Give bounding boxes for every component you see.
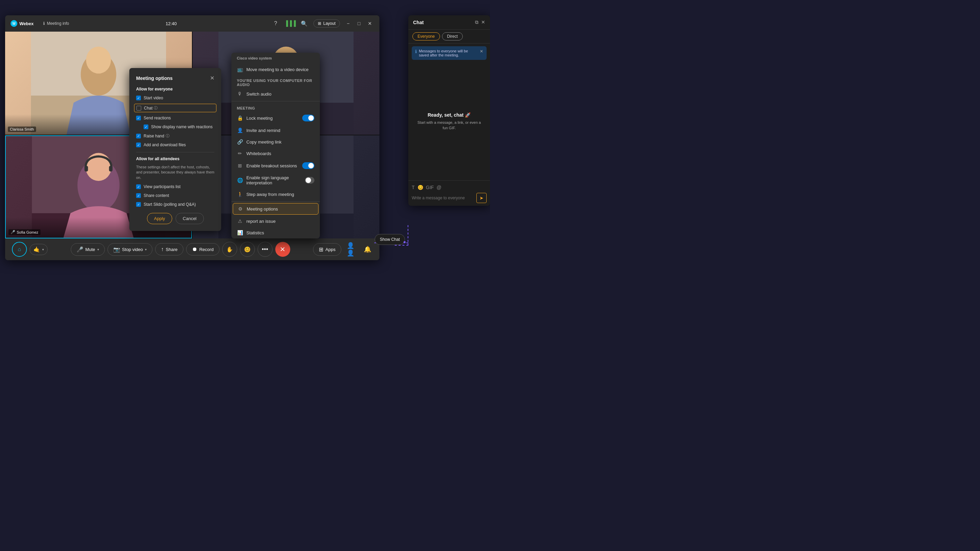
show-display-name-checkbox[interactable] [143, 124, 148, 129]
lock-meeting-item[interactable]: 🔒 Lock meeting [231, 111, 320, 124]
add-download-checkbox[interactable] [136, 143, 141, 147]
record-button[interactable]: ⏺ Record [186, 243, 220, 256]
chat-format-toolbar: T 😊 GIF @ [412, 183, 487, 192]
panel-title: Meeting options [136, 76, 172, 81]
notifications-button[interactable]: 🔔 [363, 244, 372, 254]
webex-name: Webex [19, 21, 34, 26]
reactions-toggle-button[interactable]: 🤙 ▾ [30, 244, 48, 255]
start-video-checkbox[interactable] [136, 95, 141, 100]
invite-remind-item[interactable]: 👤 Invite and remind [231, 124, 320, 136]
layout-label: Layout [323, 21, 336, 26]
sign-language-toggle[interactable] [305, 177, 314, 184]
record-icon: ⏺ [192, 246, 197, 252]
sign-language-item[interactable]: 🌐 Enable sign language interpretation [231, 172, 320, 189]
share-content-label: Share content [143, 193, 169, 198]
reactions-button[interactable]: 😊 [240, 242, 255, 257]
show-chat-button[interactable]: Show Chat [375, 234, 405, 245]
whiteboards-item[interactable]: ✏ Whiteboards [231, 148, 320, 159]
home-button[interactable]: ⌂ [12, 242, 27, 257]
share-content-checkbox[interactable] [136, 193, 141, 198]
chat-option-label: Chat ⓘ [144, 105, 158, 111]
tab-everyone[interactable]: Everyone [412, 32, 440, 40]
mention-icon[interactable]: @ [437, 185, 441, 190]
emoji-picker-icon[interactable]: 😊 [417, 185, 423, 190]
participants-button[interactable]: 👤👤 [347, 244, 357, 254]
raise-hand-toolbar-button[interactable]: ✋ [222, 242, 237, 257]
move-meeting-item[interactable]: 📺 Move meeting to a video device [231, 64, 320, 75]
bug-icon: ⚠ [237, 218, 243, 224]
arrow-dot [404, 241, 406, 243]
lock-meeting-toggle[interactable] [302, 114, 314, 121]
info-icon: ℹ [43, 21, 45, 26]
chat-title: Chat [413, 20, 424, 25]
switch-audio-item[interactable]: 🎙 Switch audio [231, 88, 320, 100]
chat-send-button[interactable]: ➤ [476, 193, 487, 203]
raise-hand-option-label: Raise hand ⓘ [143, 133, 169, 138]
step-away-icon: 🚶 [237, 192, 243, 197]
panel-actions: Apply Cancel [136, 213, 215, 224]
chat-body: Ready, set, chat 🚀 Start with a message,… [408, 63, 490, 180]
copy-link-item[interactable]: 🔗 Copy meeting link [231, 136, 320, 148]
enable-breakout-item[interactable]: ⊞ Enable breakout sessions [231, 159, 320, 172]
caret-icon: ▾ [42, 248, 44, 251]
tab-direct[interactable]: Direct [442, 32, 463, 40]
mic-icon-3: 🎤 [11, 230, 15, 234]
layout-button[interactable]: ⊞ Layout [313, 19, 340, 27]
panel-close-button[interactable]: ✕ [210, 75, 215, 81]
help-icon-button[interactable]: ? [270, 18, 281, 29]
start-slido-checkbox[interactable] [136, 202, 141, 207]
apps-button[interactable]: ⊞ Apps [313, 243, 341, 256]
chat-checkbox[interactable] [137, 106, 141, 111]
title-bar: W Webex ℹ Meeting info 12:40 ? ▐▐▐ 🔍 ⊞ L… [5, 15, 379, 32]
mute-button[interactable]: 🎤 Mute ▾ [71, 243, 105, 256]
video-caret: ▾ [145, 248, 147, 251]
cancel-button[interactable]: Cancel [176, 213, 204, 224]
search-icon-button[interactable]: 🔍 [299, 18, 309, 29]
close-button[interactable]: ✕ [366, 19, 374, 27]
meeting-options-panel: Meeting options ✕ Allow for everyone Sta… [129, 68, 221, 231]
toolbar-right: ⊞ Apps 👤👤 🔔 [313, 243, 372, 256]
send-reactions-checkbox[interactable] [136, 116, 141, 121]
send-reactions-label: Send reactions [143, 116, 171, 121]
meeting-options-item[interactable]: ⚙ Meeting options [233, 203, 318, 214]
report-issue-item[interactable]: ⚠ report an issue [231, 215, 320, 227]
chat-close-button[interactable]: ✕ [481, 19, 485, 25]
pop-out-icon[interactable]: ⧉ [475, 19, 479, 25]
link-icon: 🔗 [237, 139, 243, 144]
minimize-button[interactable]: − [344, 19, 352, 27]
end-call-button[interactable]: ✕ [275, 242, 290, 257]
statistics-item[interactable]: 📊 Statistics [231, 227, 320, 238]
step-away-item[interactable]: 🚶 Step away from meeting [231, 189, 320, 200]
gif-icon[interactable]: GIF [426, 185, 434, 190]
chat-info-icon: ⓘ [154, 105, 158, 111]
signal-icon-button[interactable]: ▐▐▐ [285, 18, 295, 29]
info-banner-text: Messages to everyone will be saved after… [419, 49, 478, 57]
view-participants-checkbox[interactable] [136, 184, 141, 189]
stop-video-button[interactable]: 📷 Stop video ▾ [108, 243, 153, 256]
apply-button[interactable]: Apply [147, 213, 172, 224]
participant-name-1: Clarissa Smith [8, 127, 36, 132]
svg-rect-14 [109, 166, 112, 171]
meeting-info-button[interactable]: ℹ Meeting info [40, 20, 72, 27]
more-options-button[interactable]: ••• [258, 242, 272, 257]
chat-ready-text: Ready, set, chat [428, 112, 464, 118]
breakout-toggle[interactable] [302, 162, 314, 169]
toggle-knob [308, 115, 314, 121]
statistics-label: Statistics [247, 230, 264, 235]
webex-logo: W Webex [11, 20, 34, 27]
chat-input-field[interactable] [412, 195, 474, 200]
raise-hand-checkbox[interactable] [136, 134, 141, 138]
breakout-knob [308, 163, 314, 168]
step-away-label: Step away from meeting [247, 192, 294, 197]
start-slido-option: Start Slido (polling and Q&A) [136, 202, 215, 208]
maximize-button[interactable]: □ [355, 19, 363, 27]
info-banner: ℹ Messages to everyone will be saved aft… [412, 46, 487, 60]
more-options-menu: Cisco video system 📺 Move meeting to a v… [231, 53, 320, 238]
window-controls: − □ ✕ [344, 19, 374, 27]
info-banner-close-button[interactable]: ✕ [480, 49, 483, 54]
meeting-options-menu-label: Meeting options [247, 206, 278, 211]
meeting-info-label: Meeting info [47, 21, 69, 26]
share-button[interactable]: ↑ Share [155, 243, 183, 256]
format-text-icon[interactable]: T [412, 185, 415, 190]
person-add-icon: 👤 [237, 127, 243, 133]
